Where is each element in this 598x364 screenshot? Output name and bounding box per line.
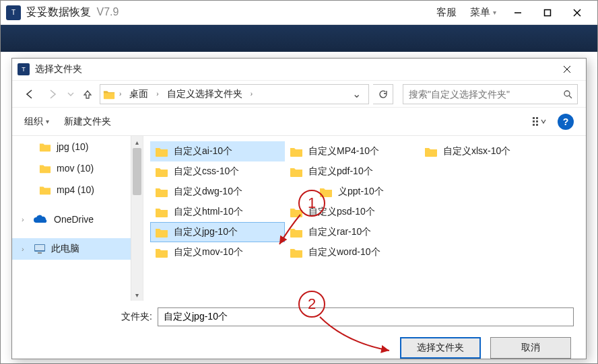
maximize-button[interactable] xyxy=(533,1,562,25)
address-bar[interactable]: › 桌面 › 自定义选择文件夹 › ⌄ xyxy=(100,84,369,104)
svg-rect-10 xyxy=(533,124,535,126)
dialog-titlebar: T 选择文件夹 xyxy=(12,59,586,80)
tree-item-thispc[interactable]: › 此电脑 xyxy=(12,238,143,260)
cancel-label: 取消 xyxy=(521,342,540,354)
menu-service[interactable]: 客服 xyxy=(430,6,463,19)
folder-icon xyxy=(424,145,438,157)
tree-expand-icon[interactable]: › xyxy=(22,215,28,223)
chevron-right-icon: › xyxy=(155,90,160,98)
file-pane: 自定义ai-10个 自定义css-10个 自定义dwg-10个 自定义html-… xyxy=(143,136,586,301)
folder-icon xyxy=(39,162,51,174)
app-version: V7.9 xyxy=(96,6,119,17)
app-logo-icon: T xyxy=(6,5,21,20)
folder-icon xyxy=(155,226,168,238)
folder-item[interactable]: 自定义word-10个 xyxy=(285,242,420,262)
svg-line-7 xyxy=(569,96,572,98)
nav-forward-button[interactable] xyxy=(43,85,62,104)
menu-service-label: 客服 xyxy=(436,6,457,19)
search-input[interactable] xyxy=(403,89,558,100)
tree-label: OneDrive xyxy=(54,214,94,225)
menu-main-label: 菜单 xyxy=(470,6,490,19)
file-label: 自定义dwg-10个 xyxy=(174,186,242,198)
tree-expand-icon[interactable]: › xyxy=(22,245,28,253)
folder-dialog: T 选择文件夹 › 桌面 › 自定义选择文件夹 › ⌄ 组织▾ 新建文件夹 xyxy=(11,58,587,359)
nav-up-button[interactable] xyxy=(79,86,96,102)
svg-rect-8 xyxy=(533,117,535,119)
scroll-up-icon[interactable]: ▴ xyxy=(131,136,143,148)
file-label: 自定义jpg-10个 xyxy=(174,226,238,238)
folder-icon xyxy=(103,88,115,100)
svg-rect-9 xyxy=(533,120,535,122)
close-button[interactable] xyxy=(562,1,592,25)
annotation-callout-2: 2 xyxy=(298,291,325,318)
main-content-dark xyxy=(1,25,597,52)
sidebar: jpg (10) mov (10) mp4 (10) › OneDrive xyxy=(12,136,143,301)
svg-rect-16 xyxy=(38,252,42,254)
svg-rect-15 xyxy=(35,245,44,250)
search-box[interactable] xyxy=(403,84,578,104)
file-label: 自定义xlsx-10个 xyxy=(443,145,510,157)
menu-main[interactable]: 菜单▾ xyxy=(463,6,503,19)
onedrive-icon xyxy=(34,215,48,224)
chevron-down-icon: ▾ xyxy=(46,118,49,125)
chevron-right-icon: › xyxy=(118,90,123,98)
folder-item[interactable]: 自定义ai-10个 xyxy=(150,141,285,161)
file-label: 自定义word-10个 xyxy=(308,246,380,258)
folder-icon xyxy=(39,141,51,153)
sidebar-scrollbar[interactable]: ▴ ▾ xyxy=(131,136,143,301)
svg-rect-13 xyxy=(536,124,538,126)
nav-recent-dropdown[interactable] xyxy=(66,85,75,104)
annotation-number: 2 xyxy=(308,295,316,313)
tree-item-mp4[interactable]: mp4 (10) xyxy=(12,179,143,201)
toolbar: 组织▾ 新建文件夹 ? xyxy=(12,107,586,135)
scroll-down-icon[interactable]: ▾ xyxy=(131,289,143,301)
organize-label: 组织 xyxy=(24,116,43,128)
navbar: › 桌面 › 自定义选择文件夹 › ⌄ xyxy=(12,80,586,107)
folder-item[interactable]: 自定义mov-10个 xyxy=(150,242,285,262)
main-titlebar: T 妥妥数据恢复 V7.9 客服 菜单▾ xyxy=(1,1,597,25)
folder-icon xyxy=(155,166,168,178)
tree-item-jpg[interactable]: jpg (10) xyxy=(12,136,143,157)
organize-menu[interactable]: 组织▾ xyxy=(24,116,49,128)
folder-icon xyxy=(290,246,303,258)
dialog-close-button[interactable] xyxy=(554,59,580,79)
thispc-icon xyxy=(34,244,46,254)
folder-name-input[interactable] xyxy=(158,307,574,326)
app-title: 妥妥数据恢复 V7.9 xyxy=(26,5,119,20)
view-options-button[interactable] xyxy=(528,113,551,131)
tree-label: 此电脑 xyxy=(51,243,79,255)
breadcrumb-current[interactable]: 自定义选择文件夹 xyxy=(163,87,246,102)
scroll-thumb[interactable] xyxy=(133,148,141,195)
select-folder-button[interactable]: 选择文件夹 xyxy=(400,337,481,359)
folder-item-selected[interactable]: 自定义jpg-10个 xyxy=(150,222,285,242)
cancel-button[interactable]: 取消 xyxy=(490,337,571,359)
search-icon[interactable] xyxy=(558,89,577,99)
folder-item[interactable]: 自定义css-10个 xyxy=(150,161,285,182)
new-folder-button[interactable]: 新建文件夹 xyxy=(64,116,111,128)
new-folder-label: 新建文件夹 xyxy=(64,116,111,128)
address-dropdown-icon[interactable]: ⌄ xyxy=(352,87,366,100)
folder-icon xyxy=(155,246,168,258)
dialog-body: jpg (10) mov (10) mp4 (10) › OneDrive xyxy=(12,135,586,301)
file-label: 自定义ai-10个 xyxy=(174,145,232,157)
nav-back-button[interactable] xyxy=(20,85,39,104)
help-button[interactable]: ? xyxy=(558,114,574,130)
folder-icon xyxy=(290,145,303,157)
breadcrumb-desktop[interactable]: 桌面 xyxy=(125,87,152,102)
tree-item-mov[interactable]: mov (10) xyxy=(12,157,143,179)
folder-item[interactable]: 自定义pdf-10个 xyxy=(285,161,420,182)
chevron-right-icon: › xyxy=(249,90,254,98)
folder-icon xyxy=(290,166,303,178)
refresh-button[interactable] xyxy=(373,84,393,104)
tree-label: mp4 (10) xyxy=(57,184,94,195)
minimize-button[interactable] xyxy=(503,1,533,25)
app-title-text: 妥妥数据恢复 xyxy=(26,6,91,17)
folder-item[interactable]: 自定义dwg-10个 xyxy=(150,182,285,202)
folder-item[interactable]: 自定义rar-10个 xyxy=(285,222,420,242)
folder-item[interactable]: 自定义xlsx-10个 xyxy=(420,141,554,161)
folder-item[interactable]: 自定义html-10个 xyxy=(150,202,285,222)
dialog-icon: T xyxy=(18,63,30,75)
svg-rect-1 xyxy=(545,9,551,15)
tree-item-onedrive[interactable]: › OneDrive xyxy=(12,209,143,230)
folder-item[interactable]: 自定义MP4-10个 xyxy=(285,141,420,161)
